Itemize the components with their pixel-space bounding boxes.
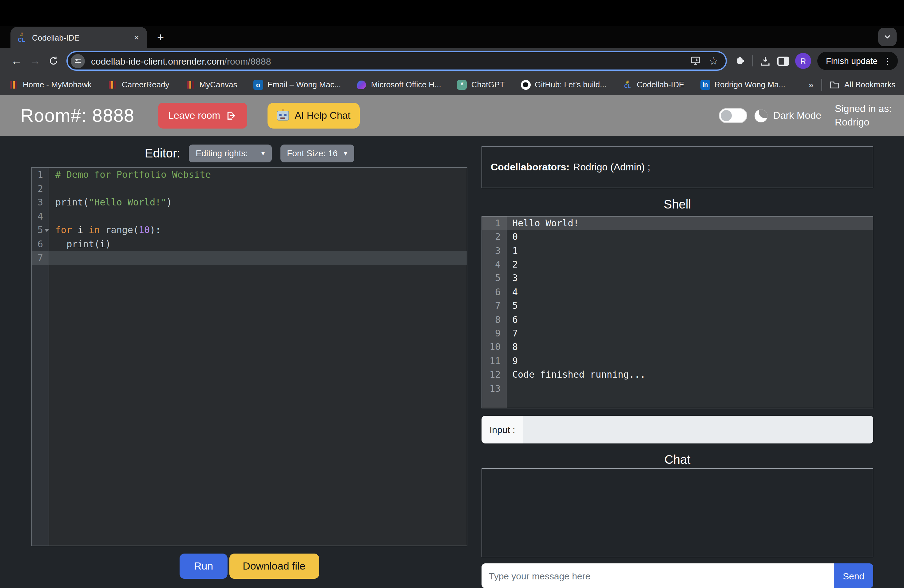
shell-line-text: 7 <box>507 327 872 340</box>
code-editor[interactable]: 1# Demo for Portfolio Website23print("He… <box>32 167 467 546</box>
downloads-button[interactable] <box>760 55 771 67</box>
url-host: codellab-ide-client.onrender.com <box>91 56 224 66</box>
mac-menu-bar-space <box>0 0 904 26</box>
shell-line: 75 <box>482 299 872 313</box>
shell-line-text: 1 <box>507 244 872 258</box>
all-bookmarks-button[interactable]: All Bookmarks <box>830 80 895 89</box>
shell-line-number: 8 <box>482 313 507 327</box>
moon-icon <box>755 109 768 122</box>
shell-input-label: Input : <box>482 416 523 444</box>
download-file-button[interactable]: Download file <box>229 553 319 579</box>
bookmark-label: MyCanvas <box>199 80 237 89</box>
forward-button[interactable]: → <box>26 52 44 70</box>
editor-line[interactable]: 6 print(i) <box>32 237 467 251</box>
line-number: 5 <box>32 223 49 237</box>
bookmark-star-button[interactable]: ☆ <box>709 54 718 67</box>
bookmark-item[interactable]: Microsoft Office H... <box>357 80 441 90</box>
url-text: codellab-ide-client.onrender.com/room/88… <box>91 56 271 66</box>
toolbar-right-cluster: R Finish update ⋮ <box>734 52 898 70</box>
app-header: Room#: 8888 Leave room AI Help Chat Dark… <box>0 95 904 136</box>
run-button[interactable]: Run <box>180 553 227 579</box>
mohawk-icon <box>185 80 195 90</box>
ai-help-chat-button[interactable]: AI Help Chat <box>267 103 359 128</box>
browser-menu-icon[interactable]: ⋮ <box>883 56 892 66</box>
side-panel-button[interactable] <box>777 56 789 65</box>
caret-down-icon: ▾ <box>261 149 265 157</box>
address-bar[interactable]: codellab-ide-client.onrender.com/room/88… <box>66 51 727 71</box>
shell-filler <box>482 395 872 408</box>
signed-in-text: Signed in as: Rodrigo <box>835 103 892 129</box>
bookmarks-list: Home - MyMohawkCareerReadyMyCanvasoEmail… <box>9 80 801 90</box>
page: # CL Codellab-IDE × + ← → codellab-ide-c… <box>0 0 904 588</box>
exit-icon <box>226 110 237 121</box>
editor-line[interactable]: 5for i in range(10): <box>32 223 467 237</box>
editor-line[interactable]: 2 <box>32 182 467 196</box>
code-text: for i in range(10): <box>49 223 467 237</box>
editor-line[interactable]: 3print("Hello World!") <box>32 196 467 209</box>
shell-line-number: 10 <box>482 340 507 354</box>
signed-in-line1: Signed in as: <box>835 103 892 115</box>
reload-button[interactable] <box>44 52 63 70</box>
shell-line-text: Hello World! <box>507 217 872 230</box>
profile-avatar[interactable]: R <box>795 53 811 69</box>
shell-line-text: 4 <box>507 285 872 299</box>
bookmark-item[interactable]: inRodrigo Wong Ma... <box>700 80 785 90</box>
shell-gutter-filler <box>482 395 507 408</box>
shell-line-text <box>507 382 872 395</box>
signed-in-line2: Rodrigo <box>835 115 892 129</box>
bookmark-item[interactable]: #CLCodellab-IDE <box>623 80 684 90</box>
shell-line-text: 8 <box>507 340 872 354</box>
bookmarks-overflow-button[interactable]: » <box>808 79 814 90</box>
chat-message-input[interactable] <box>482 563 834 588</box>
line-number: 3 <box>32 196 49 209</box>
editor-column: Editor: Editing rights: ▾ Font Size: 16 … <box>32 136 467 588</box>
bookmark-item[interactable]: GitHub: Let’s build... <box>521 80 607 90</box>
editor-line[interactable]: 7 <box>32 251 467 265</box>
shell-line: 86 <box>482 313 872 327</box>
bookmark-item[interactable]: oEmail – Wong Mac... <box>253 80 341 90</box>
bookmark-label: Rodrigo Wong Ma... <box>714 80 785 89</box>
bookmark-label: Microsoft Office H... <box>371 80 441 89</box>
editor-line[interactable]: 1# Demo for Portfolio Website <box>32 168 467 182</box>
shell-line-text: 9 <box>507 354 872 368</box>
new-tab-button[interactable]: + <box>152 29 169 46</box>
bookmark-item[interactable]: CareerReady <box>107 80 169 90</box>
bookmark-item[interactable]: Home - MyMohawk <box>9 80 92 90</box>
site-settings-icon[interactable] <box>71 54 85 68</box>
code-text <box>49 209 467 223</box>
shell-line: 12Code finished running... <box>482 368 872 382</box>
fold-icon[interactable] <box>44 229 49 232</box>
bookmark-item[interactable]: *ChatGPT <box>457 80 504 90</box>
shell-input[interactable] <box>523 416 873 444</box>
bookmarks-divider <box>821 78 822 91</box>
browser-toolbar: ← → codellab-ide-client.onrender.com/roo… <box>0 48 904 74</box>
tab-favicon-icon: # CL <box>17 33 27 43</box>
mohawk-icon <box>9 80 19 90</box>
send-button[interactable]: Send <box>834 563 873 588</box>
install-app-button[interactable] <box>689 55 702 66</box>
browser-tab[interactable]: # CL Codellab-IDE × <box>11 27 147 48</box>
editor-heading: Editor: <box>145 146 180 160</box>
tab-close-icon[interactable]: × <box>131 32 142 43</box>
back-button[interactable]: ← <box>7 52 26 70</box>
collaborators-label: Codellaborators: <box>491 162 569 173</box>
editor-line[interactable]: 4 <box>32 209 467 223</box>
finish-update-button[interactable]: Finish update ⋮ <box>817 52 898 70</box>
toolbar-divider <box>752 55 753 66</box>
leave-room-button[interactable]: Leave room <box>158 103 247 128</box>
dark-mode-toggle[interactable] <box>719 108 747 123</box>
shell-output[interactable]: 1Hello World!203142536475869710811912Cod… <box>482 216 873 409</box>
extensions-button[interactable] <box>734 55 746 67</box>
shell-line: 64 <box>482 285 872 299</box>
folder-icon <box>830 80 839 89</box>
bookmark-item[interactable]: MyCanvas <box>185 80 237 90</box>
collaborators-value: Rodrigo (Admin) ; <box>573 162 650 173</box>
editing-rights-dropdown[interactable]: Editing rights: ▾ <box>189 144 272 162</box>
shell-line: 20 <box>482 230 872 244</box>
ai-help-chat-label: AI Help Chat <box>295 110 350 121</box>
font-size-dropdown[interactable]: Font Size: 16 ▾ <box>280 144 354 162</box>
chat-input-row: Send <box>482 563 873 588</box>
bookmarks-bar: Home - MyMohawkCareerReadyMyCanvasoEmail… <box>0 74 904 95</box>
shell-line-number: 5 <box>482 272 507 285</box>
tab-search-button[interactable] <box>878 28 897 46</box>
